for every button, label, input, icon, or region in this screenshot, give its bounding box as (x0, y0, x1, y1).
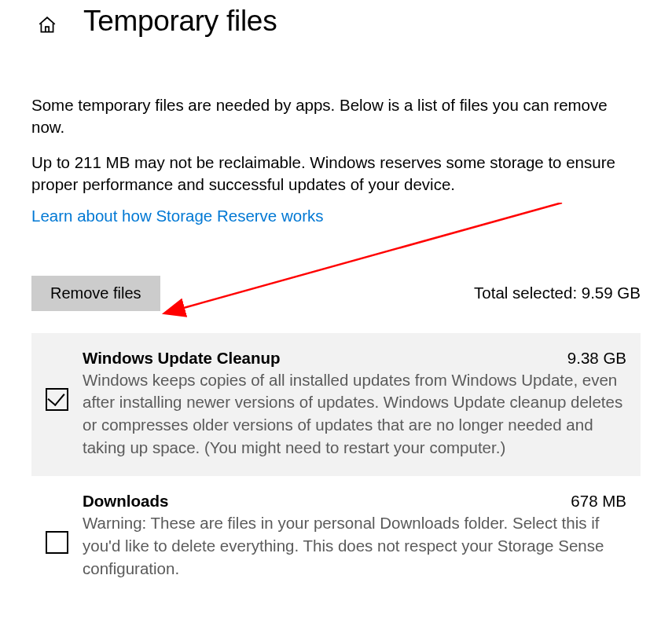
checkbox-windows-update-cleanup[interactable] (46, 388, 68, 411)
item-title: Windows Update Cleanup (83, 349, 281, 368)
list-item[interactable]: Downloads 678 MB Warning: These are file… (31, 476, 641, 597)
item-title: Downloads (83, 492, 168, 511)
storage-reserve-link[interactable]: Learn about how Storage Reserve works (31, 207, 323, 225)
remove-files-button[interactable]: Remove files (31, 276, 160, 311)
item-description: Warning: These are files in your persona… (83, 512, 626, 580)
item-description: Windows keeps copies of all installed up… (83, 369, 626, 460)
checkbox-downloads[interactable] (46, 531, 68, 554)
item-size: 678 MB (571, 492, 626, 511)
intro-text-2: Up to 211 MB may not be reclaimable. Win… (31, 152, 641, 195)
item-size: 9.38 GB (567, 349, 626, 368)
intro-text-1: Some temporary files are needed by apps.… (31, 94, 641, 137)
total-selected-label: Total selected: 9.59 GB (474, 284, 641, 302)
home-icon[interactable] (36, 14, 58, 36)
page-title: Temporary files (83, 5, 277, 38)
list-item[interactable]: Windows Update Cleanup 9.38 GB Windows k… (31, 333, 641, 477)
